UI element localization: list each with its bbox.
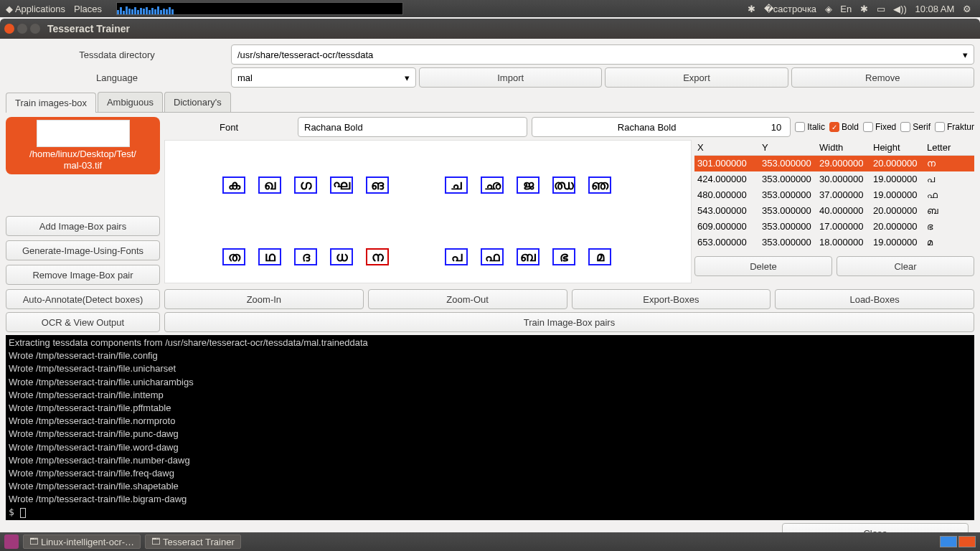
- tab-ambiguous[interactable]: Ambiguous: [98, 92, 163, 112]
- fraktur-checkbox[interactable]: [935, 122, 945, 132]
- glyph-box[interactable]: ഫ: [481, 248, 504, 265]
- glyph-box[interactable]: ച: [445, 176, 468, 194]
- window-titlebar[interactable]: Tesseract Trainer: [0, 19, 980, 39]
- import-button[interactable]: Import: [419, 67, 602, 88]
- glyph-box[interactable]: ഝ: [552, 176, 575, 194]
- export-button[interactable]: Export: [605, 67, 788, 88]
- gnome-top-panel: ◆ Applications Places ✱ �састрочка ◈ En …: [0, 0, 980, 17]
- taskbar-item-tesseract-trainer[interactable]: 🗔 Tesseract Trainer: [145, 534, 241, 549]
- wifi-icon[interactable]: �састрочка: [764, 4, 816, 14]
- remove-image-box-button[interactable]: Remove Image-Box pair: [6, 265, 160, 285]
- glyph-box[interactable]: ജ: [517, 176, 540, 194]
- load-boxes-button[interactable]: Load-Boxes: [775, 289, 974, 309]
- font-display-value: Rachana Bold: [538, 122, 755, 133]
- menu-places[interactable]: Places: [74, 4, 102, 14]
- workspace-switcher[interactable]: [940, 536, 976, 547]
- box-table-row[interactable]: 424.000000353.00000030.00000019.000000പ: [694, 171, 974, 187]
- bold-label: Bold: [842, 122, 859, 132]
- taskbar-item-linux-ocr[interactable]: 🗔 Linux-intelligent-ocr-…: [23, 534, 141, 549]
- glyph-box[interactable]: ഛ: [481, 176, 504, 194]
- tab-train-images-box[interactable]: Train images-box: [6, 93, 96, 113]
- chevron-down-icon: ▾: [405, 72, 410, 83]
- bluetooth-icon[interactable]: ✱: [748, 4, 755, 14]
- keyboard-lang[interactable]: En: [840, 4, 852, 14]
- auto-annotate-button[interactable]: Auto-Annotate(Detect boxes): [6, 289, 160, 309]
- wifi-icon[interactable]: ◈: [825, 4, 832, 14]
- font-name-input[interactable]: [298, 117, 527, 137]
- tab-dictionarys[interactable]: Dictionary's: [164, 92, 231, 112]
- window-close-button[interactable]: [4, 24, 14, 34]
- terminal-cursor: [20, 508, 26, 518]
- bold-checkbox[interactable]: ✓: [829, 122, 839, 132]
- box-table-header: X Y Width Height Letter: [694, 140, 974, 156]
- language-label: Language: [6, 72, 228, 83]
- serif-checkbox[interactable]: [900, 122, 910, 132]
- export-boxes-button[interactable]: Export-Boxes: [572, 289, 771, 309]
- image-thumbnail[interactable]: /home/linux/Desktop/Test/mal-03.tif: [6, 117, 160, 174]
- italic-checkbox[interactable]: [795, 122, 805, 132]
- thumbnail-path: /home/linux/Desktop/Test/mal-03.tif: [29, 149, 136, 171]
- tessdata-path-combo[interactable]: /usr/share/tesseract-ocr/tessdata ▾: [231, 44, 974, 65]
- image-canvas[interactable]: കഖഗഘങചഛജഝഞ തഥദധനപഫബഭമ: [164, 140, 692, 283]
- tessdata-label: Tessdata directory: [6, 50, 228, 60]
- italic-label: Italic: [807, 122, 825, 132]
- fixed-label: Fixed: [875, 122, 896, 132]
- language-combo[interactable]: mal ▾: [231, 67, 416, 88]
- system-monitor-graph[interactable]: [116, 2, 403, 15]
- glyph-box[interactable]: ക: [222, 176, 245, 194]
- box-table-body[interactable]: 301.000000353.00000029.00000020.000000ന4…: [694, 156, 974, 250]
- chevron-down-icon: ▾: [963, 50, 968, 60]
- glyph-box[interactable]: ഘ: [330, 176, 353, 194]
- glyph-box[interactable]: ഥ: [258, 248, 281, 265]
- clear-button[interactable]: Clear: [837, 256, 974, 276]
- delete-button[interactable]: Delete: [694, 256, 832, 276]
- window-maximize-button[interactable]: [30, 24, 40, 34]
- glyph-box[interactable]: ഖ: [258, 176, 281, 194]
- glyph-box[interactable]: ഞ: [588, 176, 611, 194]
- box-table-row[interactable]: 480.000000353.00000037.00000019.000000ഫ: [694, 187, 974, 203]
- generate-image-fonts-button[interactable]: Generate-Image-Using-Fonts: [6, 240, 160, 260]
- gnome-bottom-panel: 🗔 Linux-intelligent-ocr-… 🗔 Tesseract Tr…: [0, 532, 980, 551]
- glyph-box[interactable]: ധ: [330, 248, 353, 265]
- glyph-box[interactable]: മ: [588, 248, 611, 265]
- bluetooth-icon-2[interactable]: ✱: [860, 4, 868, 14]
- window-minimize-button[interactable]: [17, 24, 27, 34]
- output-terminal[interactable]: Extracting tessdata components from /usr…: [6, 335, 974, 520]
- glyph-box[interactable]: ഗ: [294, 176, 317, 194]
- zoom-in-button[interactable]: Zoom-In: [164, 289, 364, 309]
- system-tray: ✱ �састрочка ◈ En ✱ ▭ ◀)) 10:08 AM ⚙: [745, 4, 974, 14]
- glyph-box[interactable]: ന: [366, 248, 389, 265]
- font-display-size[interactable]: Rachana Bold 10: [532, 117, 791, 137]
- fixed-checkbox[interactable]: [863, 122, 873, 132]
- glyph-box[interactable]: ങ: [366, 176, 389, 194]
- add-image-box-button[interactable]: Add Image-Box pairs: [6, 216, 160, 236]
- remove-button[interactable]: Remove: [791, 67, 974, 88]
- font-size-value: 10: [755, 122, 784, 133]
- volume-icon[interactable]: ◀)): [893, 4, 907, 14]
- window-title: Tesseract Trainer: [47, 23, 130, 34]
- glyph-box[interactable]: ഭ: [552, 248, 575, 265]
- zoom-out-button[interactable]: Zoom-Out: [368, 289, 567, 309]
- box-table-row[interactable]: 301.000000353.00000029.00000020.000000ന: [694, 156, 974, 171]
- box-table-row[interactable]: 609.000000353.00000017.00000020.000000ഭ: [694, 219, 974, 235]
- gear-icon[interactable]: ⚙: [963, 4, 971, 14]
- glyph-box[interactable]: ബ: [517, 248, 540, 265]
- font-label: Font: [164, 122, 293, 133]
- language-value: mal: [237, 72, 253, 83]
- train-image-box-button[interactable]: Train Image-Box pairs: [164, 312, 974, 332]
- battery-icon[interactable]: ▭: [877, 4, 885, 14]
- serif-label: Serif: [913, 122, 930, 132]
- tessdata-path-value: /usr/share/tesseract-ocr/tessdata: [237, 50, 373, 60]
- glyph-box[interactable]: ത: [222, 248, 245, 265]
- box-table-row[interactable]: 543.000000353.00000040.00000020.000000ബ: [694, 203, 974, 219]
- menu-applications[interactable]: ◆ Applications: [6, 4, 65, 14]
- fraktur-label: Fraktur: [947, 122, 974, 132]
- glyph-box[interactable]: പ: [445, 248, 468, 265]
- show-desktop-icon[interactable]: [4, 534, 19, 549]
- ocr-view-output-button[interactable]: OCR & View Output: [6, 312, 160, 332]
- thumbnail-preview: [37, 120, 130, 147]
- box-table-row[interactable]: 653.000000353.00000018.00000019.000000മ: [694, 235, 974, 250]
- glyph-box[interactable]: ദ: [294, 248, 317, 265]
- clock[interactable]: 10:08 AM: [915, 4, 954, 14]
